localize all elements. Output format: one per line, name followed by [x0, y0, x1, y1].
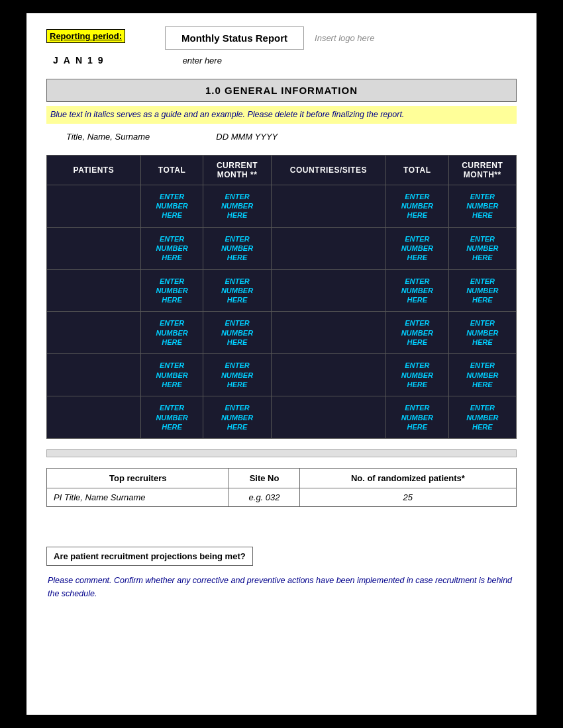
recruiters-table: Top recruiters Site No No. of randomized… [46, 468, 517, 507]
cell-countries-1[interactable] [271, 185, 385, 227]
cell-countries-4[interactable] [271, 312, 385, 354]
cell-current2-5[interactable]: ENTERNUMBERHERE [448, 354, 516, 396]
table-row: ENTERNUMBERHERE ENTERNUMBERHERE ENTERNUM… [47, 312, 517, 354]
recruiter-site[interactable]: e.g. 032 [229, 488, 299, 507]
date-char-5: 9 [98, 55, 103, 66]
cell-countries-3[interactable] [271, 269, 385, 312]
cell-countries-5[interactable] [271, 354, 385, 396]
reporting-period-label: Reporting period: [46, 29, 125, 43]
cell-total2-1[interactable]: ENTERNUMBERHERE [386, 185, 449, 227]
table-row: ENTERNUMBERHERE ENTERNUMBERHERE ENTERNUM… [47, 354, 517, 396]
cell-current-3[interactable]: ENTERNUMBERHERE [203, 269, 271, 312]
header-row: Reporting period: Monthly Status Report … [46, 26, 517, 50]
cell-total-6[interactable]: ENTERNUMBERHERE [140, 396, 203, 439]
recruitment-comment: Please comment. Confirm whether any corr… [46, 571, 517, 603]
cell-current2-1[interactable]: ENTERNUMBERHERE [448, 185, 516, 227]
date-characters: J A N 1 9 [53, 55, 103, 66]
cell-total-2[interactable]: ENTERNUMBERHERE [140, 227, 203, 269]
cell-patients-3[interactable] [47, 269, 141, 312]
date-row: J A N 1 9 enter here [53, 55, 517, 66]
cell-countries-6[interactable] [271, 396, 385, 439]
cell-patients-5[interactable] [47, 354, 141, 396]
recruitment-question: Are patient recruitment projections bein… [46, 547, 253, 566]
cell-total-5[interactable]: ENTERNUMBERHERE [140, 354, 203, 396]
cell-current2-4[interactable]: ENTERNUMBERHERE [448, 312, 516, 354]
cell-patients-2[interactable] [47, 227, 141, 269]
cell-total2-6[interactable]: ENTERNUMBERHERE [386, 396, 449, 439]
page-container: Reporting period: Monthly Status Report … [26, 13, 537, 715]
col-header-current-month: CURRENTMONTH ** [203, 155, 271, 185]
date-field[interactable]: DD MMM YYYY [216, 132, 278, 142]
recruitment-section: Are patient recruitment projections bein… [46, 527, 517, 603]
recruiters-col3-header: No. of randomized patients* [299, 469, 516, 488]
cell-patients-4[interactable] [47, 312, 141, 354]
cell-total-3[interactable]: ENTERNUMBERHERE [140, 269, 203, 312]
table-row: ENTERNUMBERHERE ENTERNUMBERHERE ENTERNUM… [47, 269, 517, 312]
recruiter-patients[interactable]: 25 [299, 488, 516, 507]
cell-patients-6[interactable] [47, 396, 141, 439]
col-header-current-month2: CURRENTMONTH** [448, 155, 516, 185]
logo-placeholder: Insert logo here [315, 26, 374, 43]
cell-total-1[interactable]: ENTERNUMBERHERE [140, 185, 203, 227]
col-header-total2: TOTAL [386, 155, 449, 185]
guide-text: Blue text in italics serves as a guide a… [46, 106, 517, 124]
cell-total-4[interactable]: ENTERNUMBERHERE [140, 312, 203, 354]
patients-table: PATIENTS TOTAL CURRENTMONTH ** COUNTRIES… [46, 155, 517, 439]
title-date-row: Title, Name, Surname DD MMM YYYY [66, 132, 517, 142]
date-char-1: J [53, 55, 58, 66]
cell-current-4[interactable]: ENTERNUMBERHERE [203, 312, 271, 354]
table-row: ENTERNUMBERHERE ENTERNUMBERHERE ENTERNUM… [47, 227, 517, 269]
table-row: ENTERNUMBERHERE ENTERNUMBERHERE ENTERNUM… [47, 185, 517, 227]
cell-current-6[interactable]: ENTERNUMBERHERE [203, 396, 271, 439]
date-char-2: A [64, 55, 70, 66]
date-char-4: 1 [87, 55, 93, 66]
col-header-countries: COUNTRIES/SITES [271, 155, 385, 185]
cell-current2-6[interactable]: ENTERNUMBERHERE [448, 396, 516, 439]
recruiters-col2-header: Site No [229, 469, 299, 488]
date-char-3: N [76, 55, 82, 66]
recruiters-row: PI Title, Name Surname e.g. 032 25 [47, 488, 517, 507]
recruiters-col1-header: Top recruiters [47, 469, 229, 488]
cell-total2-5[interactable]: ENTERNUMBERHERE [386, 354, 449, 396]
scroll-row [46, 449, 517, 457]
cell-countries-2[interactable] [271, 227, 385, 269]
section1-header: 1.0 GENERAL INFORMATION [46, 79, 517, 102]
cell-patients-1[interactable] [47, 185, 141, 227]
title-name-field[interactable]: Title, Name, Surname [66, 132, 150, 142]
cell-total2-3[interactable]: ENTERNUMBERHERE [386, 269, 449, 312]
cell-current2-3[interactable]: ENTERNUMBERHERE [448, 269, 516, 312]
cell-current-2[interactable]: ENTERNUMBERHERE [203, 227, 271, 269]
cell-current-5[interactable]: ENTERNUMBERHERE [203, 354, 271, 396]
table-row: ENTERNUMBERHERE ENTERNUMBERHERE ENTERNUM… [47, 396, 517, 439]
col-header-patients: PATIENTS [47, 155, 141, 185]
enter-here-text[interactable]: enter here [183, 56, 222, 66]
col-header-total: TOTAL [140, 155, 203, 185]
cell-current-1[interactable]: ENTERNUMBERHERE [203, 185, 271, 227]
cell-current2-2[interactable]: ENTERNUMBERHERE [448, 227, 516, 269]
cell-total2-2[interactable]: ENTERNUMBERHERE [386, 227, 449, 269]
recruiter-name[interactable]: PI Title, Name Surname [47, 488, 229, 507]
cell-total2-4[interactable]: ENTERNUMBERHERE [386, 312, 449, 354]
report-title: Monthly Status Report [165, 26, 304, 50]
